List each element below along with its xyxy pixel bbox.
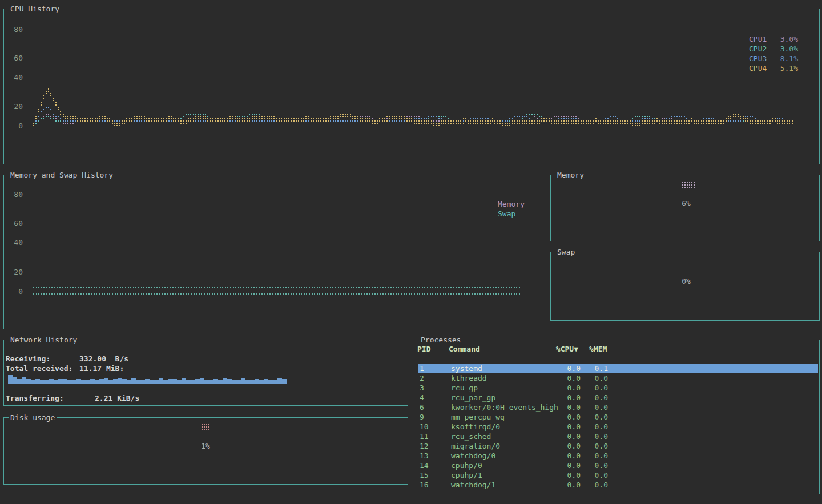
y-axis-tick-label: 20 <box>6 267 23 277</box>
cpu-legend-item: CPU45.1% <box>749 63 798 73</box>
y-axis-tick-label: 60 <box>6 53 23 63</box>
process-cpu: 0.0 <box>558 373 581 383</box>
process-pid: 16 <box>420 480 451 490</box>
process-mem: 0.0 <box>591 422 608 432</box>
process-row-selected[interactable]: 1systemd0.00.1 <box>418 364 818 373</box>
process-mem: 0.0 <box>591 373 608 383</box>
process-mem: 0.0 <box>591 383 608 393</box>
col-mem[interactable]: %MEM <box>589 344 606 354</box>
swap-panel: Swap 0% <box>550 252 820 321</box>
process-cpu: 0.0 <box>558 383 581 393</box>
transferring-label: Transferring: <box>6 393 95 403</box>
process-command: ksoftirqd/0 <box>451 422 558 432</box>
memory-percent: 6% <box>669 199 703 208</box>
disk-percent: 1% <box>188 441 223 451</box>
y-axis-tick-label: 40 <box>6 72 23 82</box>
process-cpu: 0.0 <box>558 432 581 441</box>
memory-title: Memory <box>555 170 586 180</box>
process-command: watchdog/1 <box>451 480 558 490</box>
cpu-legend-label: CPU3 <box>749 54 772 63</box>
process-mem: 0.0 <box>591 441 608 451</box>
cpu-legend-value: 5.1% <box>772 63 798 73</box>
process-row[interactable]: 6kworker/0:0H-events_high0.00.0 <box>418 402 818 412</box>
memory-donut-gauge <box>681 181 696 188</box>
process-pid: 9 <box>420 412 451 422</box>
process-cpu: 0.0 <box>558 480 581 490</box>
process-row[interactable]: 14cpuhp/00.00.0 <box>418 461 818 470</box>
process-row[interactable]: 4rcu_par_gp0.00.0 <box>418 393 818 402</box>
process-command: kworker/0:0H-events_high <box>451 402 558 412</box>
process-pid: 11 <box>420 432 451 441</box>
cpu-history-chart <box>4 9 819 164</box>
process-mem: 0.0 <box>591 432 608 441</box>
process-mem: 0.0 <box>591 393 608 402</box>
cpu-legend-item: CPU13.0% <box>749 34 798 44</box>
cpu-legend-label: CPU2 <box>749 44 772 54</box>
process-mem: 0.0 <box>591 461 608 470</box>
network-transferring-line: Transferring:2.21 KiB/s <box>6 393 139 403</box>
disk-usage-title: Disk usage <box>9 413 57 422</box>
memory-swap-history-chart <box>4 175 545 329</box>
y-axis-tick-label: 20 <box>6 102 23 111</box>
cpu-legend-label: CPU1 <box>749 34 772 44</box>
col-cpu[interactable]: %CPU▼ <box>555 344 578 354</box>
memswap-legend-label: Swap <box>498 209 525 219</box>
process-pid: 14 <box>420 461 451 470</box>
process-row[interactable]: 16watchdog/10.00.0 <box>418 480 818 490</box>
y-axis-tick-label: 0 <box>6 287 23 296</box>
cpu-legend-item: CPU38.1% <box>749 54 798 63</box>
process-command: migration/0 <box>451 441 558 451</box>
col-command[interactable]: Command <box>449 344 555 354</box>
process-cpu: 0.0 <box>558 393 581 402</box>
processes-panel: Processes PIDCommand%CPU▼%MEM1systemd0.0… <box>414 340 820 494</box>
process-row[interactable]: 15cpuhp/10.00.0 <box>418 470 818 480</box>
col-pid[interactable]: PID <box>417 344 449 354</box>
disk-usage-panel: Disk usage 1% <box>3 417 408 485</box>
cpu-legend-value: 8.1% <box>772 54 798 63</box>
disk-donut-gauge <box>200 423 211 430</box>
process-pid: 13 <box>420 451 451 461</box>
process-row[interactable]: 10ksoftirqd/00.00.0 <box>418 422 818 432</box>
process-pid: 15 <box>420 470 451 480</box>
process-command: rcu_sched <box>451 432 558 441</box>
process-mem: 0.0 <box>591 480 608 490</box>
process-cpu: 0.0 <box>558 364 581 373</box>
y-axis-tick-label: 80 <box>6 25 23 34</box>
y-axis-tick-label: 80 <box>6 189 23 199</box>
swap-title: Swap <box>555 247 577 257</box>
y-axis-tick-label: 0 <box>6 121 23 131</box>
process-table: PIDCommand%CPU▼%MEM1systemd0.00.12kthrea… <box>414 340 819 490</box>
cpu-legend-item: CPU23.0% <box>749 44 798 54</box>
process-row[interactable]: 3rcu_gp0.00.0 <box>418 383 818 393</box>
process-command: watchdog/0 <box>451 451 558 461</box>
memswap-legend-label: Memory <box>498 199 525 209</box>
process-pid: 2 <box>420 373 451 383</box>
process-command: cpuhp/1 <box>451 470 558 480</box>
cpu-series-cpu4 <box>33 89 793 123</box>
y-axis-tick-label: 60 <box>6 219 23 228</box>
transferring-value: 2.21 KiB/s <box>95 394 139 402</box>
process-row[interactable]: 9mm_percpu_wq0.00.0 <box>418 412 818 422</box>
process-pid: 4 <box>420 393 451 402</box>
cpu-legend-value: 3.0% <box>772 34 798 44</box>
process-command: rcu_gp <box>451 383 558 393</box>
process-row[interactable]: 11rcu_sched0.00.0 <box>418 432 818 441</box>
process-pid: 3 <box>420 383 451 393</box>
process-pid: 1 <box>420 364 451 373</box>
y-axis-tick-label: 40 <box>6 237 23 247</box>
process-pid: 12 <box>420 441 451 451</box>
cpu-history-panel: CPU History CPU13.0%CPU23.0%CPU38.1%CPU4… <box>3 9 820 164</box>
process-cpu: 0.0 <box>558 441 581 451</box>
process-mem: 0.1 <box>591 364 608 373</box>
network-receiving-area <box>8 375 287 384</box>
memory-panel: Memory 6% <box>550 175 820 241</box>
process-row[interactable]: 13watchdog/00.00.0 <box>418 451 818 461</box>
cpu-legend-label: CPU4 <box>749 63 772 73</box>
cpu-legend: CPU13.0%CPU23.0%CPU38.1%CPU45.1% <box>749 34 798 73</box>
process-row[interactable]: 12migration/00.00.0 <box>418 441 818 451</box>
process-cpu: 0.0 <box>558 461 581 470</box>
process-command: rcu_par_gp <box>451 393 558 402</box>
swap-percent: 0% <box>669 276 703 286</box>
process-mem: 0.0 <box>591 402 608 412</box>
process-row[interactable]: 2kthreadd0.00.0 <box>418 373 818 383</box>
